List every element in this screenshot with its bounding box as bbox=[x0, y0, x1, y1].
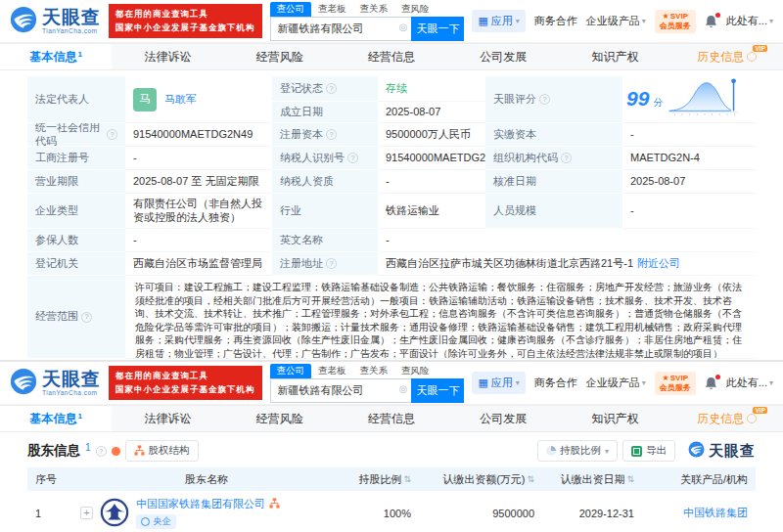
header-nav: ▦ 应用 ▾ 商务合作 企业级产品 ▾ ★SVIP 会员服务 此处有... ▾ bbox=[472, 10, 773, 33]
search-input[interactable] bbox=[270, 378, 412, 403]
tab-history-info[interactable]: VIP 历史信息 bbox=[671, 406, 783, 431]
tab-lawsuit[interactable]: 法律诉讼 bbox=[112, 406, 223, 431]
field-value-biz-reg-no: - bbox=[125, 147, 272, 170]
tab-operating-info[interactable]: 经营信息 bbox=[336, 44, 447, 69]
nav-cooperation[interactable]: 商务合作 bbox=[534, 14, 577, 28]
field-value-reg-address: 西藏自治区拉萨市城关区功德林街道北京西路21号-1 附近公司 bbox=[378, 252, 756, 276]
apps-menu-button[interactable]: ▦ 应用 ▾ bbox=[472, 372, 525, 394]
promo-banner: 都在用的商业查询工具 国家中小企业发展子基金旗下机构 bbox=[109, 366, 262, 399]
tianyancha-logo-icon bbox=[10, 6, 37, 37]
notification-bell-icon[interactable] bbox=[705, 377, 717, 390]
nav-products[interactable]: 企业级产品 ▾ bbox=[586, 14, 646, 28]
help-icon[interactable]: ? bbox=[326, 83, 337, 94]
apps-menu-button[interactable]: ▦ 应用 ▾ bbox=[472, 10, 525, 32]
nav-more[interactable]: 此处有... ▾ bbox=[726, 376, 773, 390]
field-label-biz-reg-no: 工商注册号 bbox=[27, 147, 125, 170]
tab-basic-badge: 1 bbox=[77, 412, 81, 421]
shareholders-table-header: 序号 股东名称 持股比例⇅ 认缴出资额(万元)⇅ 认缴出资日期⇅ 关联产品/机构 bbox=[27, 467, 756, 491]
help-icon[interactable]: ? bbox=[107, 129, 117, 140]
tab-intellectual-property[interactable]: 知识产权 bbox=[559, 406, 670, 431]
search-button[interactable]: 天眼一下 bbox=[411, 378, 464, 403]
score-trend-chart[interactable] bbox=[667, 77, 741, 122]
search-tab-boss[interactable]: 查老板 bbox=[311, 364, 353, 378]
chevron-down-icon: ▾ bbox=[516, 378, 520, 387]
sort-icon[interactable]: ⇅ bbox=[527, 474, 534, 484]
banner-line1: 都在用的商业查询工具 bbox=[115, 370, 255, 382]
tab-basic-info[interactable]: 基本信息1 bbox=[0, 406, 112, 431]
help-icon[interactable]: ? bbox=[561, 153, 572, 163]
help-icon[interactable]: ? bbox=[347, 153, 358, 163]
expand-button[interactable]: + bbox=[80, 507, 93, 519]
camera-icon[interactable]: ◎ bbox=[399, 383, 408, 394]
search-tab-relation[interactable]: 查关系 bbox=[353, 2, 395, 17]
help-icon[interactable]: ? bbox=[539, 94, 550, 105]
field-label-reg-status: 登记状态? bbox=[272, 76, 378, 102]
search-area: 查公司 查老板 查关系 查风险 ◎ 天眼一下 bbox=[270, 2, 465, 41]
camera-icon[interactable]: ◎ bbox=[399, 22, 408, 32]
export-button[interactable]: 导出 bbox=[622, 440, 675, 462]
help-icon[interactable]: ? bbox=[96, 446, 107, 457]
basic-info-grid: 法定代表人 马 马敢军 登记状态? 存续 天眼评分? 99 分 成立日期 202… bbox=[27, 76, 756, 359]
notification-bell-icon[interactable] bbox=[705, 15, 717, 28]
search-tab-company[interactable]: 查公司 bbox=[270, 2, 312, 17]
org-chart-icon[interactable] bbox=[269, 498, 280, 510]
field-value-taxpayer-id: 91540000MAETDG2N49 bbox=[378, 147, 485, 170]
banner-line2: 国家中小企业发展子基金旗下机构 bbox=[115, 22, 255, 34]
field-value-score: 99 分 bbox=[622, 76, 756, 123]
search-tab-boss[interactable]: 查老板 bbox=[311, 2, 353, 17]
search-button[interactable]: 天眼一下 bbox=[411, 17, 464, 41]
tab-company-development[interactable]: 公司发展 bbox=[447, 406, 559, 431]
related-product-link[interactable]: 中国铁路集团 bbox=[683, 507, 748, 518]
search-tab-relation[interactable]: 查关系 bbox=[353, 364, 395, 378]
shareholder-amount: 9500000 bbox=[419, 508, 542, 519]
tab-operating-info[interactable]: 经营信息 bbox=[336, 406, 447, 431]
nearby-companies-link[interactable]: 附近公司 bbox=[637, 257, 680, 271]
field-label-company-type: 企业类型 bbox=[27, 194, 125, 229]
screenshot-basic-info: 天眼查TianYanCha.com 都在用的商业查询工具 国家中小企业发展子基金… bbox=[0, 0, 783, 360]
search-tab-company[interactable]: 查公司 bbox=[270, 364, 312, 378]
score-label: 天眼评分 bbox=[493, 93, 536, 107]
field-value-est-date: 2025-08-07 bbox=[378, 102, 485, 123]
field-label-legal-rep: 法定代表人 bbox=[27, 76, 125, 123]
legal-rep-avatar[interactable]: 马 bbox=[133, 88, 157, 111]
help-icon[interactable]: ? bbox=[81, 312, 92, 323]
tab-operating-risk[interactable]: 经营风险 bbox=[224, 44, 336, 69]
search-tab-risk[interactable]: 查风险 bbox=[394, 2, 437, 17]
tab-lawsuit[interactable]: 法律诉讼 bbox=[112, 44, 223, 69]
field-value-industry: 铁路运输业 bbox=[378, 194, 485, 229]
svip-badge[interactable]: ★SVIP 会员服务 bbox=[655, 372, 696, 395]
field-label-industry: 行业 bbox=[272, 194, 378, 229]
tab-company-development[interactable]: 公司发展 bbox=[447, 44, 559, 69]
shareholder-no: 1 bbox=[27, 508, 72, 519]
sort-icon[interactable]: ⇅ bbox=[626, 474, 634, 484]
china-railway-logo bbox=[100, 498, 129, 529]
tab-basic-info[interactable]: 基本信息1 bbox=[0, 44, 112, 69]
tab-history-info[interactable]: VIP 历史信息 bbox=[671, 44, 783, 69]
field-label-reg-capital: 注册资本? bbox=[272, 123, 378, 147]
nav-products[interactable]: 企业级产品 ▾ bbox=[586, 376, 646, 390]
shareholder-related-cell: 中国铁路集团 bbox=[642, 506, 756, 520]
sort-icon[interactable]: ⇅ bbox=[403, 474, 411, 484]
svip-label: SVIP bbox=[670, 12, 688, 22]
search-input[interactable] bbox=[270, 17, 412, 41]
help-icon[interactable]: ? bbox=[326, 258, 337, 269]
sort-by-ratio-button[interactable]: 持股比例 ▾ bbox=[537, 440, 618, 462]
legal-rep-name-link[interactable]: 马敢军 bbox=[164, 93, 197, 107]
search-tab-risk[interactable]: 查风险 bbox=[394, 364, 437, 378]
notification-dot bbox=[715, 13, 720, 18]
tianyancha-logo[interactable]: 天眼查TianYanCha.com bbox=[10, 368, 101, 399]
equity-structure-button[interactable]: 股权结构 bbox=[125, 440, 199, 462]
search-area: 查公司 查老板 查关系 查风险 ◎ 天眼一下 bbox=[270, 364, 465, 403]
reg-address-text: 西藏自治区拉萨市城关区功德林街道北京西路21号-1 bbox=[386, 257, 633, 271]
shareholder-name-link[interactable]: 中国国家铁路集团有限公司 bbox=[136, 497, 265, 511]
help-icon[interactable]: ? bbox=[326, 129, 337, 140]
tab-operating-risk[interactable]: 经营风险 bbox=[224, 406, 336, 431]
field-value-biz-scope: 许可项目：建设工程施工；建设工程监理；铁路运输基础设备制造；公共铁路运输；餐饮服… bbox=[125, 276, 756, 359]
nav-cooperation[interactable]: 商务合作 bbox=[534, 376, 577, 390]
tianyancha-logo[interactable]: 天眼查TianYanCha.com bbox=[10, 6, 101, 37]
nav-more[interactable]: 此处有... ▾ bbox=[726, 14, 773, 28]
tianyancha-logo-icon bbox=[10, 368, 37, 399]
svip-badge[interactable]: ★SVIP 会员服务 bbox=[655, 10, 696, 33]
company-tabbar: 基本信息1 法律诉讼 经营风险 经营信息 公司发展 知识产权 VIP 历史信息 bbox=[0, 405, 783, 432]
tab-intellectual-property[interactable]: 知识产权 bbox=[559, 44, 670, 69]
